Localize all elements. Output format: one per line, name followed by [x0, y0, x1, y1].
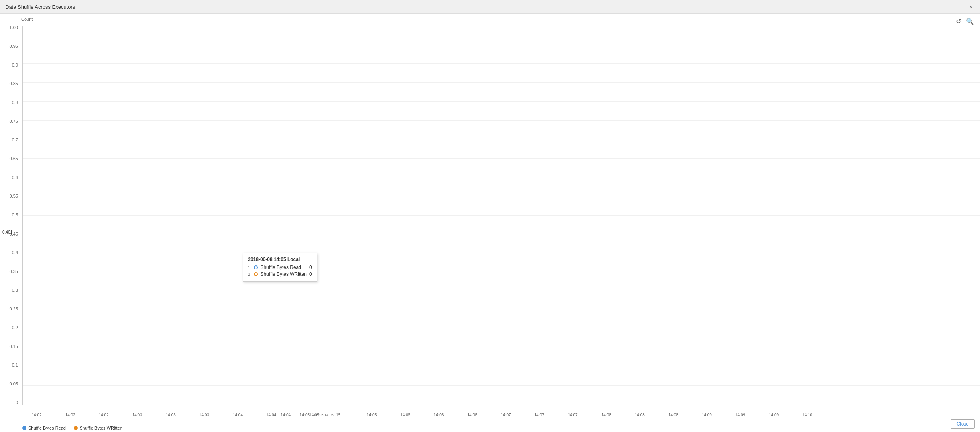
y-label-030: 0.3: [12, 288, 18, 293]
y-label-085: 0.85: [10, 82, 18, 86]
tooltip-dot-blue: [254, 265, 258, 269]
x-tick-0: 14:02: [32, 413, 42, 417]
grid-line-075: [23, 120, 980, 121]
grid-line-005: [23, 385, 980, 386]
x-tick-22: 14:09: [769, 413, 779, 417]
title-close-btn[interactable]: ×: [967, 3, 975, 11]
y-axis-title: Count: [21, 17, 33, 22]
tooltip-value-2: 0: [309, 271, 312, 277]
grid-line-090: [23, 63, 980, 64]
x-tick-23: 14:10: [802, 413, 812, 417]
tooltip-label-2: Shuffle Bytes WRitten: [260, 271, 307, 277]
y-label-065: 0.65: [10, 157, 18, 161]
crosshair-y-label: 0.461: [2, 230, 13, 234]
x-tick-15: 14:07: [534, 413, 544, 417]
legend-dot-read: [22, 426, 26, 430]
x-tick-12: 14:06: [434, 413, 444, 417]
y-label-025: 0.25: [10, 307, 18, 311]
x-tick-date: 06-08 14:05: [314, 413, 334, 417]
grid-line-065: [23, 158, 980, 159]
y-label-035: 0.35: [10, 269, 18, 274]
grid-line-095: [23, 45, 980, 45]
legend-label-written: Shuffle Bytes WRitten: [80, 426, 122, 430]
tooltip-label-1: Shuffle Bytes Read: [260, 265, 307, 270]
x-tick-1: 14:02: [65, 413, 75, 417]
y-label-005: 0.05: [10, 382, 18, 386]
legend-item-read: Shuffle Bytes Read: [22, 426, 66, 430]
chart-area: ↺ 🔍 Count 1.00 0.95 0.9 0.85 0.8 0.75 0.…: [0, 14, 980, 432]
toolbar: ↺ 🔍: [955, 17, 975, 26]
refresh-button[interactable]: ↺: [955, 17, 962, 26]
tooltip-row-1: 1. Shuffle Bytes Read 0: [248, 265, 312, 270]
x-tick-20: 14:09: [702, 413, 712, 417]
grid-line-050: [23, 215, 980, 216]
grid-line-100: [23, 26, 980, 26]
y-label-055: 0.55: [10, 194, 18, 198]
tooltip-title: 2018-06-08 14:05 Local: [248, 257, 312, 262]
y-axis: 1.00 0.95 0.9 0.85 0.8 0.75 0.7 0.65 0.6…: [0, 26, 20, 405]
tooltip: 2018-06-08 14:05 Local 1. Shuffle Bytes …: [243, 253, 317, 282]
x-tick-17: 14:08: [601, 413, 611, 417]
chart-canvas[interactable]: 2018-06-08 14:05 Local 1. Shuffle Bytes …: [22, 26, 980, 405]
grid-lines: [23, 26, 980, 405]
grid-line-085: [23, 82, 980, 83]
grid-line-010: [23, 367, 980, 367]
grid-line-045: [23, 234, 980, 234]
y-label-095: 0.95: [10, 44, 18, 49]
legend-item-written: Shuffle Bytes WRitten: [74, 426, 122, 430]
legend-dot-written: [74, 426, 78, 430]
crosshair-horizontal: [23, 230, 980, 230]
legend: Shuffle Bytes Read Shuffle Bytes WRitten: [22, 426, 122, 430]
y-label-040: 0.4: [12, 251, 18, 255]
x-axis: 14:02 14:02 14:02 14:03 14:03 14:03 14:0…: [22, 411, 980, 419]
y-label-020: 0.2: [12, 326, 18, 330]
title-bar: Data Shuffle Across Executors ×: [0, 0, 980, 14]
x-tick-7: 14:04: [266, 413, 276, 417]
grid-line-015: [23, 348, 980, 348]
tooltip-index-1: 1.: [248, 265, 251, 270]
x-tick-2: 14:02: [99, 413, 109, 417]
y-label-015: 0.15: [10, 344, 18, 349]
x-tick-4: 14:03: [166, 413, 176, 417]
legend-label-read: Shuffle Bytes Read: [28, 426, 66, 430]
x-tick-16: 14:07: [568, 413, 578, 417]
x-tick-13: 14:06: [467, 413, 477, 417]
zoom-button[interactable]: 🔍: [965, 17, 975, 26]
x-tick-18: 14:08: [635, 413, 645, 417]
y-label-070: 0.7: [12, 138, 18, 142]
x-tick-crosshair: 14:04: [281, 413, 291, 417]
y-label-090: 0.9: [12, 63, 18, 67]
x-tick-11: 14:06: [400, 413, 410, 417]
grid-line-035: [23, 272, 980, 272]
chart-title: Data Shuffle Across Executors: [5, 4, 75, 10]
grid-line-070: [23, 139, 980, 139]
y-label-060: 0.6: [12, 175, 18, 180]
x-tick-5: 14:03: [199, 413, 209, 417]
x-tick-21: 14:09: [735, 413, 745, 417]
grid-line-060: [23, 177, 980, 177]
tooltip-value-1: 0: [309, 265, 312, 270]
y-label-080: 0.8: [12, 100, 18, 105]
tooltip-row-2: 2. Shuffle Bytes WRitten 0: [248, 271, 312, 277]
grid-line-030: [23, 291, 980, 291]
grid-line-055: [23, 196, 980, 196]
tooltip-index-2: 2.: [248, 272, 251, 277]
y-label-050: 0.5: [12, 213, 18, 217]
main-container: Data Shuffle Across Executors × ↺ 🔍 Coun…: [0, 0, 980, 432]
x-tick-10: 14:05: [367, 413, 377, 417]
x-tick-19: 14:08: [668, 413, 678, 417]
grid-line-040: [23, 253, 980, 253]
grid-line-020: [23, 329, 980, 329]
y-label-075: 0.75: [10, 119, 18, 124]
x-tick-3: 14:03: [132, 413, 142, 417]
x-tick-14: 14:07: [501, 413, 511, 417]
grid-line-080: [23, 101, 980, 102]
x-tick-6: 14:04: [233, 413, 243, 417]
grid-line-000: [23, 405, 980, 405]
y-label-000: 0: [16, 401, 18, 405]
y-label-100: 1.00: [10, 26, 18, 30]
close-button[interactable]: Close: [951, 419, 975, 429]
x-tick-8: 14:05: [300, 413, 310, 417]
tooltip-dot-orange: [254, 272, 258, 276]
grid-line-025: [23, 310, 980, 310]
